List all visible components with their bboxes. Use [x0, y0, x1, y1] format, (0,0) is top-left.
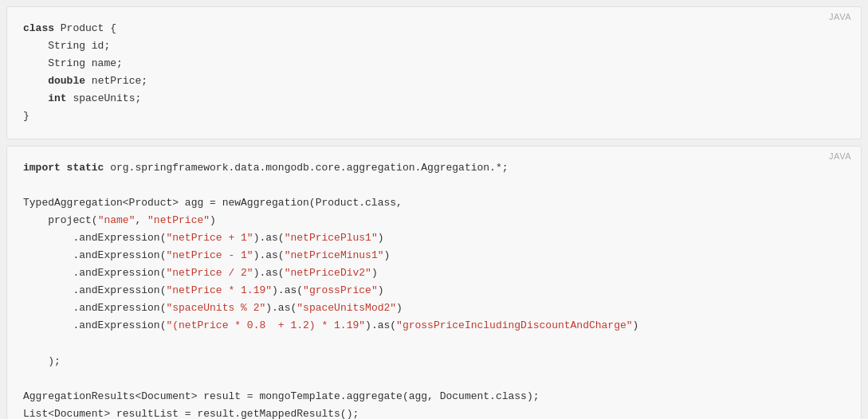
- code-line: List<Document> resultList = result.getMa…: [23, 405, 845, 419]
- code-line: .andExpression("(netPrice * 0.8 + 1.2) *…: [23, 317, 845, 335]
- code-lines-1: class Product { String id; String name; …: [23, 20, 845, 126]
- code-line: String id;: [23, 37, 845, 55]
- code-line: int spaceUnits;: [23, 90, 845, 108]
- lang-label-1: JAVA: [829, 12, 851, 22]
- code-line: String name;: [23, 55, 845, 72]
- code-lines-2: import static org.springframework.data.m…: [23, 159, 845, 419]
- code-line: [23, 177, 845, 194]
- code-line: .andExpression("netPrice - 1").as("netPr…: [23, 247, 845, 264]
- code-line: .andExpression("netPrice + 1").as("netPr…: [23, 229, 845, 247]
- code-line: [23, 370, 845, 388]
- code-line: project("name", "netPrice"): [23, 212, 845, 229]
- code-line: .andExpression("netPrice / 2").as("netPr…: [23, 264, 845, 282]
- code-line: );: [23, 353, 845, 370]
- code-line: [23, 335, 845, 353]
- code-line: import static org.springframework.data.m…: [23, 159, 845, 177]
- code-line: double netPrice;: [23, 72, 845, 90]
- code-line: .andExpression("netPrice * 1.19").as("gr…: [23, 282, 845, 300]
- code-line: AggregationResults<Document> result = mo…: [23, 388, 845, 405]
- code-block-1: JAVA class Product { String id; String n…: [6, 6, 862, 139]
- code-line: TypedAggregation<Product> agg = newAggre…: [23, 194, 845, 212]
- code-line: class Product {: [23, 20, 845, 37]
- lang-label-2: JAVA: [829, 151, 851, 161]
- code-line: }: [23, 108, 845, 125]
- code-block-2: JAVA import static org.springframework.d…: [6, 146, 862, 419]
- code-line: .andExpression("spaceUnits % 2").as("spa…: [23, 300, 845, 317]
